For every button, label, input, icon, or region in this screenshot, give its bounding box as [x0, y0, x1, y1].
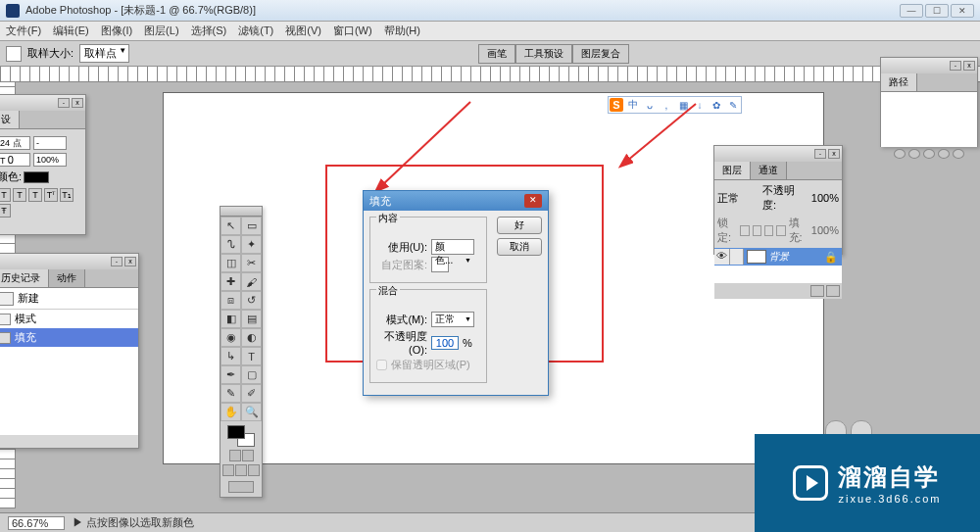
tracking-field[interactable]: T 0	[0, 153, 30, 167]
delete-layer-icon[interactable]	[826, 285, 840, 297]
pen-tool[interactable]: ✒	[220, 365, 241, 384]
tab-channels[interactable]: 通道	[751, 162, 787, 179]
menu-select[interactable]: 选择(S)	[191, 24, 227, 38]
slice-tool[interactable]: ✂	[241, 254, 262, 272]
menu-layer[interactable]: 图层(L)	[144, 24, 178, 38]
layer-row[interactable]: 👁 背景 🔒	[714, 248, 842, 266]
tab-layers[interactable]: 图层	[714, 162, 751, 179]
text-color-swatch[interactable]	[24, 171, 49, 183]
caps-button[interactable]: T	[28, 188, 42, 202]
mode-select[interactable]: 正常	[431, 312, 474, 327]
lock-transparent-icon[interactable]	[740, 225, 749, 236]
tool-preset-icon[interactable]	[6, 46, 22, 62]
path-to-sel-icon[interactable]	[923, 149, 935, 159]
blend-mode-select[interactable]: 正常	[717, 191, 759, 206]
screen-mode-2-icon[interactable]	[235, 464, 247, 476]
ime-tool-icon[interactable]: ✎	[726, 98, 740, 112]
bold-button[interactable]: T	[0, 188, 11, 202]
ime-punct-icon[interactable]: ,	[660, 98, 673, 112]
marquee-tool[interactable]: ▭	[241, 217, 262, 235]
lock-all-icon[interactable]	[776, 225, 785, 236]
stamp-tool[interactable]: ⧇	[220, 291, 241, 310]
history-brush-tool[interactable]: ↺	[241, 291, 262, 310]
history-snapshot[interactable]: 新建	[0, 288, 138, 310]
dialog-close-icon[interactable]: ✕	[524, 194, 542, 208]
opacity-input[interactable]: 100	[431, 336, 459, 350]
history-item-selected[interactable]: 填充	[0, 328, 138, 347]
palette-tab-brushes[interactable]: 画笔	[478, 44, 515, 64]
stroke-path-icon[interactable]	[908, 149, 920, 159]
ime-lang-icon[interactable]: 中	[626, 98, 640, 112]
sample-size-select[interactable]: 取样点	[79, 44, 129, 63]
visibility-icon[interactable]: 👁	[714, 249, 730, 265]
fill-value[interactable]: 100%	[811, 224, 839, 236]
smallcaps-button[interactable]: Tᵀ	[44, 188, 58, 202]
ime-moon-icon[interactable]: ᴗ	[643, 98, 657, 112]
super-button[interactable]: T₁	[60, 188, 74, 202]
tab-history[interactable]: 历史记录	[0, 269, 49, 287]
hand-tool[interactable]: ✋	[220, 403, 241, 421]
dodge-tool[interactable]: ◐	[241, 328, 262, 347]
lock-position-icon[interactable]	[764, 225, 773, 236]
jump-to-icon[interactable]	[228, 481, 254, 493]
menu-file[interactable]: 文件(F)	[6, 24, 41, 38]
ime-toolbar[interactable]: S 中 ᴗ , ▦ ↓ ✿ ✎	[608, 96, 742, 114]
tab-actions[interactable]: 动作	[49, 269, 85, 287]
panel-min-icon[interactable]: -	[58, 98, 70, 108]
paths-list[interactable]	[881, 92, 977, 147]
panel-header[interactable]: - x	[714, 146, 842, 162]
opacity-value[interactable]: 100%	[811, 192, 839, 204]
ime-keyboard-icon[interactable]: ▦	[676, 98, 690, 112]
new-layer-icon[interactable]	[810, 285, 824, 297]
panel-close-icon[interactable]: x	[72, 98, 83, 108]
char-tab[interactable]: 设	[0, 111, 20, 128]
fg-color-swatch[interactable]	[227, 425, 245, 439]
palette-tab-presets[interactable]: 工具预设	[515, 44, 572, 64]
strike-button[interactable]: Ŧ	[0, 204, 11, 218]
ruler-horizontal[interactable]	[0, 67, 980, 82]
menu-window[interactable]: 窗口(W)	[333, 24, 372, 38]
delete-path-icon[interactable]	[953, 149, 964, 159]
history-item[interactable]: 模式	[0, 310, 138, 328]
fill-path-icon[interactable]	[894, 149, 906, 159]
menu-filter[interactable]: 滤镜(T)	[238, 24, 273, 38]
lasso-tool[interactable]: ᔐ	[220, 235, 241, 254]
standard-mode-icon[interactable]	[229, 450, 241, 461]
leading-field[interactable]: -	[33, 136, 67, 150]
link-icon[interactable]	[730, 249, 744, 265]
minimize-button[interactable]: —	[900, 4, 923, 18]
gradient-tool[interactable]: ▤	[241, 310, 262, 328]
layer-name[interactable]: 背景	[769, 250, 820, 264]
type-tool[interactable]: T	[241, 347, 262, 365]
cancel-button[interactable]: 取消	[497, 238, 542, 256]
panel-header[interactable]: - x	[0, 254, 138, 269]
wand-tool[interactable]: ✦	[241, 235, 262, 254]
menu-image[interactable]: 图像(I)	[101, 24, 132, 38]
crop-tool[interactable]: ◫	[220, 254, 241, 272]
zoom-tool[interactable]: 🔍	[241, 403, 262, 421]
dialog-titlebar[interactable]: 填充 ✕	[364, 191, 548, 211]
menu-view[interactable]: 视图(V)	[285, 24, 321, 38]
close-button[interactable]: ✕	[951, 4, 974, 18]
screen-mode-3-icon[interactable]	[248, 464, 260, 476]
eraser-tool[interactable]: ◧	[220, 310, 241, 328]
heal-tool[interactable]: ✚	[220, 272, 241, 291]
ime-down-icon[interactable]: ↓	[693, 98, 707, 112]
panel-min-icon[interactable]: -	[814, 149, 826, 159]
scale-field[interactable]: 100%	[33, 153, 67, 167]
toolbox-grip[interactable]	[220, 207, 262, 217]
palette-tab-layercomp[interactable]: 图层复合	[572, 44, 629, 64]
use-select[interactable]: 颜色...	[431, 239, 474, 255]
ok-button[interactable]: 好	[497, 217, 542, 234]
brush-tool[interactable]: 🖌	[241, 272, 262, 291]
quickmask-mode-icon[interactable]	[242, 450, 254, 461]
panel-close-icon[interactable]: x	[963, 61, 975, 71]
lock-pixels-icon[interactable]	[753, 225, 761, 236]
path-tool[interactable]: ↳	[220, 347, 241, 365]
notes-tool[interactable]: ✎	[220, 384, 241, 403]
new-path-icon[interactable]	[938, 149, 950, 159]
color-swatches[interactable]	[227, 425, 255, 447]
screen-mode-1-icon[interactable]	[222, 464, 234, 476]
panel-header[interactable]: - x	[0, 95, 85, 111]
panel-close-icon[interactable]: x	[828, 149, 840, 159]
